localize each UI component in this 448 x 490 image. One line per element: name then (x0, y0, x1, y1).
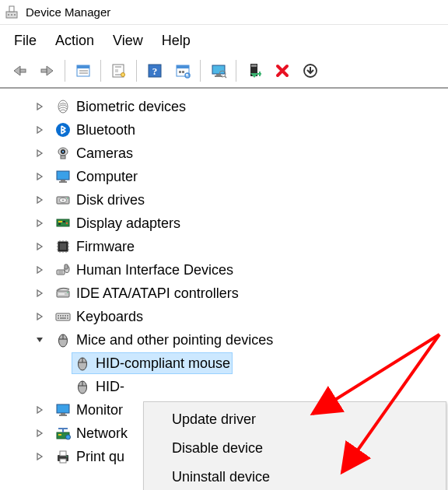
tree-node-label: Disk drives (76, 189, 145, 212)
svg-point-102 (66, 456, 68, 457)
chevron-right-icon[interactable] (36, 173, 47, 180)
tree-node-label: Display adapters (76, 212, 180, 235)
svg-rect-69 (65, 264, 68, 269)
svg-rect-48 (63, 221, 65, 222)
svg-rect-72 (58, 293, 65, 295)
help-button[interactable]: ? (142, 59, 167, 82)
chevron-right-icon[interactable] (36, 453, 47, 460)
tree-node[interactable]: Keyboards (0, 305, 448, 328)
chevron-right-icon[interactable] (36, 196, 47, 204)
tree-node[interactable]: Mice and other pointing devices (0, 328, 448, 352)
svg-rect-76 (62, 315, 64, 317)
tree-node-label: Mice and other pointing devices (76, 329, 273, 352)
back-button[interactable] (7, 59, 32, 82)
svg-point-37 (62, 151, 64, 152)
svg-point-15 (121, 73, 125, 77)
context-uninstall-device[interactable]: Uninstall device (144, 463, 446, 490)
tree-child-node[interactable]: HID- (0, 375, 448, 398)
tree-node-label: Cameras (76, 142, 133, 165)
monitor-button[interactable] (206, 59, 231, 82)
tree-node[interactable]: Display adapters (0, 212, 448, 235)
svg-rect-101 (60, 459, 66, 463)
chevron-right-icon[interactable] (36, 313, 47, 320)
menu-help[interactable]: Help (162, 33, 191, 49)
chevron-right-icon[interactable] (36, 103, 47, 110)
svg-rect-65 (57, 270, 65, 275)
svg-point-71 (67, 292, 68, 293)
window-title: Device Manager (26, 5, 110, 19)
camera-icon (54, 145, 72, 162)
tree-node[interactable]: Firmware (0, 235, 448, 258)
tree-node[interactable]: Computer (0, 165, 448, 188)
tree-child-label: HID-compliant mouse (96, 352, 230, 375)
tree-node[interactable]: Biometric devices (0, 95, 448, 118)
mouse-icon (54, 331, 72, 348)
toolbar: ? (0, 57, 448, 89)
chevron-right-icon[interactable] (36, 406, 47, 414)
chevron-right-icon[interactable] (36, 289, 47, 297)
svg-line-27 (225, 76, 226, 78)
svg-rect-29 (251, 65, 257, 67)
tree-child-node[interactable]: HID-compliant mouse (0, 352, 448, 375)
tree-node[interactable]: Disk drives (0, 188, 448, 212)
chevron-right-icon[interactable] (36, 429, 47, 437)
display-icon (54, 215, 72, 232)
menu-action[interactable]: Action (55, 33, 94, 49)
chevron-right-icon[interactable] (36, 126, 47, 134)
tree-node[interactable]: Human Interface Devices (0, 258, 448, 282)
svg-rect-19 (177, 65, 189, 68)
chevron-down-icon[interactable] (36, 336, 47, 344)
svg-rect-73 (56, 313, 70, 320)
svg-point-44 (62, 200, 64, 201)
tree-node-label: Network (76, 422, 128, 445)
show-hidden-button[interactable] (71, 59, 96, 82)
chevron-right-icon[interactable] (36, 243, 47, 250)
chevron-right-icon[interactable] (36, 266, 47, 274)
add-driver-button[interactable] (242, 59, 267, 82)
toolbar-separator (65, 60, 69, 82)
svg-rect-6 (41, 69, 47, 72)
firmware-icon (54, 238, 72, 255)
tree-node-label: Print qu (76, 446, 124, 468)
network-icon (54, 425, 72, 442)
chevron-right-icon[interactable] (36, 149, 47, 157)
uninstall-button[interactable] (298, 59, 323, 82)
svg-text:?: ? (152, 65, 158, 77)
chevron-right-icon[interactable] (36, 219, 47, 227)
tree-node-label: Bluetooth (76, 119, 135, 142)
svg-rect-38 (61, 156, 65, 159)
menu-view[interactable]: View (113, 33, 143, 49)
menu-file[interactable]: File (14, 33, 37, 49)
tree-node[interactable]: IDE ATA/ATAPI controllers (0, 282, 448, 305)
forward-button[interactable] (35, 59, 60, 82)
menu-bar: File Action View Help (0, 25, 448, 57)
printer-icon (54, 448, 72, 465)
ide-icon (54, 285, 72, 302)
toolbar-separator (200, 60, 205, 82)
svg-rect-1 (9, 6, 14, 12)
biometric-icon (54, 98, 72, 115)
context-update-driver[interactable]: Update driver (144, 405, 446, 434)
properties-button[interactable] (107, 59, 131, 82)
tree-child-label: HID- (96, 376, 124, 398)
svg-rect-23 (212, 65, 225, 74)
svg-rect-47 (58, 221, 62, 222)
svg-rect-91 (57, 404, 69, 413)
svg-rect-24 (216, 74, 221, 75)
svg-rect-100 (60, 451, 66, 456)
svg-rect-13 (115, 69, 118, 72)
tree-node[interactable]: Cameras (0, 142, 448, 165)
bluetooth-icon (54, 121, 72, 138)
tree-node[interactable]: Bluetooth (0, 118, 448, 142)
scan-button[interactable] (170, 59, 195, 82)
toolbar-separator (136, 60, 141, 82)
svg-rect-20 (179, 71, 181, 73)
svg-point-2 (8, 14, 9, 16)
tree-node-label: Monitor (76, 399, 123, 422)
svg-rect-80 (60, 317, 66, 319)
svg-rect-39 (57, 171, 69, 180)
svg-point-98 (66, 435, 71, 439)
remove-button[interactable] (270, 59, 295, 82)
context-disable-device[interactable]: Disable device (144, 434, 446, 463)
svg-rect-79 (58, 317, 59, 319)
